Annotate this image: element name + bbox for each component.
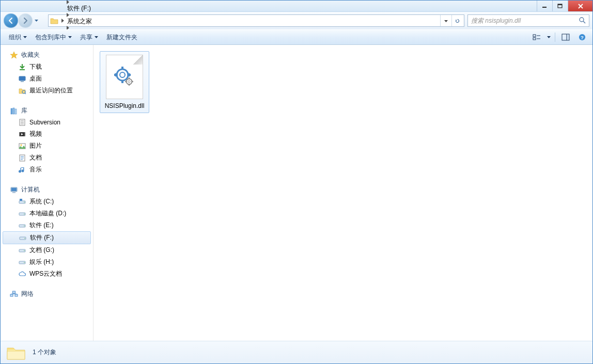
status-bar: 1 个对象 bbox=[1, 341, 592, 363]
item-icon bbox=[18, 130, 26, 138]
svg-rect-14 bbox=[20, 69, 25, 70]
svg-rect-38 bbox=[11, 188, 17, 191]
svg-point-52 bbox=[24, 262, 25, 263]
favorites-group: 收藏夹 下载桌面最近访问的位置 bbox=[1, 49, 93, 97]
svg-point-32 bbox=[21, 144, 22, 146]
view-options-button[interactable] bbox=[530, 31, 543, 43]
svg-point-42 bbox=[24, 201, 25, 202]
item-label: 软件 (E:) bbox=[29, 221, 54, 230]
item-icon bbox=[18, 246, 26, 255]
svg-rect-68 bbox=[129, 84, 130, 86]
separator bbox=[555, 33, 555, 42]
item-label: 最近访问的位置 bbox=[29, 86, 73, 95]
nav-history-dropdown[interactable] bbox=[33, 15, 40, 26]
file-item[interactable]: NSISPlugin.dll bbox=[100, 51, 149, 113]
item-label: 娱乐 (H:) bbox=[29, 258, 54, 266]
tree-item[interactable]: 软件 (E:) bbox=[1, 219, 93, 231]
item-label: 系统 (C:) bbox=[29, 197, 54, 206]
svg-rect-53 bbox=[10, 294, 13, 296]
item-label: 下载 bbox=[29, 62, 42, 71]
file-list[interactable]: NSISPlugin.dll bbox=[93, 45, 592, 341]
svg-rect-20 bbox=[11, 108, 12, 114]
libraries-header[interactable]: 库 bbox=[1, 105, 93, 117]
dll-icon bbox=[106, 55, 143, 99]
item-icon bbox=[18, 270, 26, 278]
view-dropdown[interactable] bbox=[547, 36, 551, 38]
item-icon bbox=[18, 75, 26, 83]
svg-rect-11 bbox=[567, 35, 569, 40]
svg-point-65 bbox=[120, 72, 125, 77]
item-icon bbox=[19, 234, 27, 242]
computer-group: 计算机 系统 (C:)本地磁盘 (D:)软件 (E:)软件 (F:)文档 (G:… bbox=[1, 184, 93, 280]
preview-pane-button[interactable] bbox=[559, 31, 572, 43]
breadcrumb-segment[interactable]: 软件 (F:) bbox=[65, 5, 93, 12]
folder-icon bbox=[6, 343, 26, 362]
share-menu[interactable]: 共享 bbox=[76, 30, 102, 44]
file-name: NSISPlugin.dll bbox=[105, 102, 145, 109]
svg-rect-54 bbox=[15, 294, 18, 296]
svg-rect-22 bbox=[15, 109, 17, 114]
chevron-right-icon[interactable] bbox=[65, 0, 70, 4]
breadcrumb-segment[interactable]: 系统之家 bbox=[65, 18, 94, 25]
address-dropdown[interactable] bbox=[440, 15, 451, 26]
svg-rect-29 bbox=[19, 132, 20, 136]
tree-item[interactable]: 娱乐 (H:) bbox=[1, 256, 93, 268]
organize-menu[interactable]: 组织 bbox=[5, 30, 31, 44]
svg-rect-58 bbox=[121, 80, 123, 83]
tree-item[interactable]: 图片 bbox=[1, 140, 93, 152]
back-button[interactable] bbox=[4, 13, 18, 28]
item-icon bbox=[18, 221, 26, 230]
computer-header[interactable]: 计算机 bbox=[1, 184, 93, 196]
tree-item[interactable]: 本地磁盘 (D:) bbox=[1, 208, 93, 219]
search-icon bbox=[579, 17, 586, 25]
maximize-button[interactable] bbox=[552, 1, 568, 11]
svg-rect-0 bbox=[542, 7, 547, 8]
tree-item[interactable]: 视频 bbox=[1, 128, 93, 140]
svg-rect-16 bbox=[20, 77, 25, 80]
svg-rect-41 bbox=[20, 199, 22, 201]
forward-button[interactable] bbox=[18, 13, 33, 28]
close-button[interactable] bbox=[568, 1, 592, 11]
tree-item[interactable]: 系统 (C:) bbox=[1, 196, 93, 208]
include-in-library-menu[interactable]: 包含到库中 bbox=[31, 30, 76, 44]
body: 收藏夹 下载桌面最近访问的位置 库 Subversion视频图片文档音乐 计算机… bbox=[1, 45, 592, 341]
item-icon bbox=[18, 210, 26, 218]
svg-line-19 bbox=[25, 93, 26, 94]
favorites-header[interactable]: 收藏夹 bbox=[1, 49, 93, 61]
tree-item[interactable]: WPS云文档 bbox=[1, 268, 93, 280]
tree-item[interactable]: 最近访问的位置 bbox=[1, 85, 93, 97]
svg-point-50 bbox=[24, 250, 25, 251]
svg-rect-55 bbox=[13, 291, 15, 293]
tree-item[interactable]: 软件 (F:) bbox=[3, 231, 91, 244]
chevron-right-icon[interactable] bbox=[60, 19, 65, 23]
tree-item[interactable]: 文档 bbox=[1, 152, 93, 164]
item-icon bbox=[18, 154, 26, 162]
tree-item[interactable]: 下载 bbox=[1, 61, 93, 73]
network-header[interactable]: 网络 bbox=[1, 288, 93, 300]
svg-point-3 bbox=[580, 18, 584, 22]
new-folder-button[interactable]: 新建文件夹 bbox=[102, 30, 142, 44]
refresh-button[interactable] bbox=[451, 15, 463, 26]
tree-item[interactable]: 音乐 bbox=[1, 164, 93, 176]
item-icon bbox=[18, 118, 26, 126]
search-input[interactable]: 搜索 nsisplugin.dll bbox=[467, 14, 589, 27]
tree-item[interactable]: 文档 (G:) bbox=[1, 244, 93, 256]
navigation-pane[interactable]: 收藏夹 下载桌面最近访问的位置 库 Subversion视频图片文档音乐 计算机… bbox=[1, 45, 93, 341]
svg-rect-67 bbox=[129, 77, 130, 79]
star-icon bbox=[10, 51, 18, 59]
tree-item[interactable]: Subversion bbox=[1, 117, 93, 128]
item-label: 软件 (F:) bbox=[30, 233, 54, 242]
address-bar[interactable]: 计算机软件 (F:)系统之家新建文件夹 (20)nsisplugin.dll bbox=[48, 14, 464, 27]
item-icon bbox=[18, 198, 26, 206]
tree-item[interactable]: 桌面 bbox=[1, 73, 93, 85]
network-group: 网络 bbox=[1, 288, 93, 300]
svg-rect-2 bbox=[558, 4, 562, 5]
minimize-button[interactable] bbox=[537, 1, 552, 11]
help-button[interactable]: ? bbox=[576, 31, 588, 43]
svg-rect-70 bbox=[132, 81, 133, 82]
libraries-group: 库 Subversion视频图片文档音乐 bbox=[1, 105, 93, 176]
item-label: WPS云文档 bbox=[29, 270, 62, 278]
chevron-right-icon[interactable] bbox=[65, 13, 70, 17]
toolbar: 组织 包含到库中 共享 新建文件夹 ? bbox=[1, 29, 592, 45]
item-icon bbox=[18, 142, 26, 150]
